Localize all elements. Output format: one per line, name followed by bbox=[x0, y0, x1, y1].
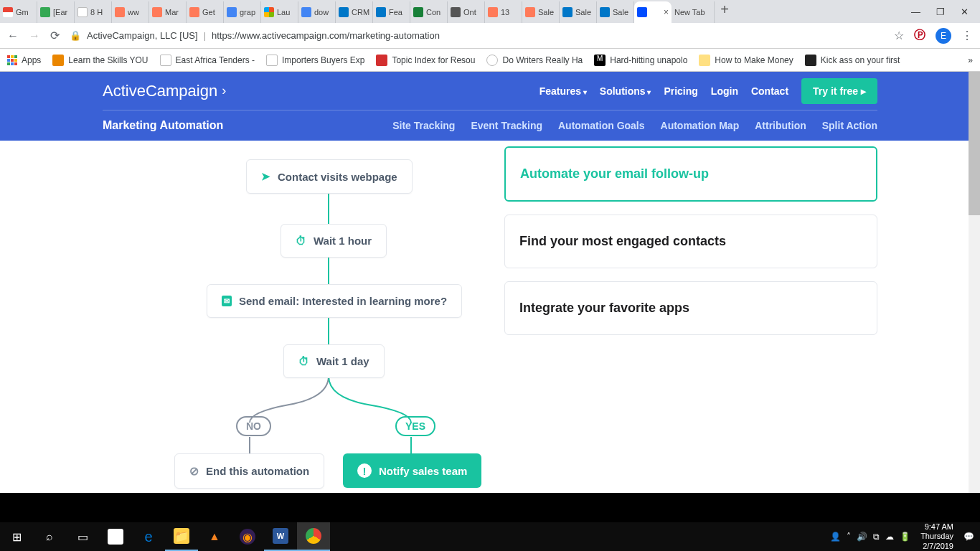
dropbox-icon[interactable]: ⧉ bbox=[873, 532, 880, 542]
maximize-icon[interactable]: ❐ bbox=[936, 6, 945, 17]
subnav-automation-map[interactable]: Automation Map bbox=[661, 120, 740, 131]
bookmark-4[interactable]: Topic Index for Resou bbox=[376, 55, 475, 66]
battery-icon[interactable]: 🔋 bbox=[900, 532, 910, 542]
nav-contact[interactable]: Contact bbox=[751, 85, 788, 97]
profile-avatar[interactable]: E bbox=[936, 28, 951, 44]
tab-0[interactable]: Gm bbox=[0, 1, 37, 23]
tab-12[interactable]: Ont bbox=[448, 1, 485, 23]
pinterest-icon[interactable]: Ⓟ bbox=[914, 28, 925, 43]
nav-solutions[interactable]: Solutions bbox=[600, 85, 651, 97]
bookmark-7[interactable]: How to Make Money bbox=[699, 55, 793, 66]
notifications-icon[interactable]: 💬 bbox=[963, 532, 974, 542]
taskbar-vlc[interactable]: ▲ bbox=[198, 522, 231, 551]
flow-node-notify: !Notify sales team bbox=[343, 453, 481, 488]
forward-icon: → bbox=[29, 29, 40, 42]
cursor-icon: ➤ bbox=[261, 170, 270, 183]
subnav-attribution[interactable]: Attribution bbox=[755, 120, 806, 131]
card-integrate-apps[interactable]: Integrate your favorite apps bbox=[504, 281, 877, 335]
flow-node-end: ⊘End this automation bbox=[174, 453, 324, 489]
bookmarks-overflow-icon[interactable]: » bbox=[968, 55, 973, 65]
tab-9[interactable]: CRM bbox=[336, 1, 373, 23]
lock-icon: 🔒 bbox=[70, 30, 81, 41]
tab-16[interactable]: Sale bbox=[597, 1, 634, 23]
menu-icon[interactable]: ⋮ bbox=[961, 29, 973, 42]
bookmark-2[interactable]: East Africa Tenders - bbox=[160, 55, 255, 66]
card-automate-followup[interactable]: Automate your email follow-up bbox=[504, 146, 877, 202]
address-url: https://www.activecampaign.com/marketing… bbox=[212, 30, 440, 41]
bookmark-star-icon[interactable]: ☆ bbox=[894, 29, 904, 42]
nav-features[interactable]: Features bbox=[540, 85, 587, 97]
bookmark-8[interactable]: Kick ass on your first bbox=[805, 55, 900, 66]
tab-newtab[interactable]: New Tab bbox=[672, 1, 715, 23]
automation-flow: ➤Contact visits webpage ⏱Wait 1 hour ✉Se… bbox=[103, 146, 504, 493]
taskbar: ⊞ ⌕ ▭ 🛍 e 📁 ▲ ◉ W 👤 ˄ 🔊 ⧉ ☁ 🔋 9:47 AM Th… bbox=[0, 522, 980, 551]
minimize-icon[interactable]: — bbox=[911, 6, 920, 17]
tab-1[interactable]: [Ear bbox=[37, 1, 75, 23]
new-tab-button[interactable]: + bbox=[715, 1, 735, 23]
nav-pricing[interactable]: Pricing bbox=[664, 85, 697, 97]
onedrive-icon[interactable]: ☁ bbox=[885, 532, 894, 542]
mail-icon: ✉ bbox=[222, 296, 232, 306]
tab-7[interactable]: Lau bbox=[261, 1, 298, 23]
nav-login[interactable]: Login bbox=[711, 85, 738, 97]
bookmark-3[interactable]: Importers Buyers Exp bbox=[266, 55, 364, 66]
flow-branch-no: NO bbox=[236, 416, 271, 436]
timer-icon: ⏱ bbox=[296, 235, 306, 247]
start-button[interactable]: ⊞ bbox=[0, 522, 33, 551]
tab-6[interactable]: grap bbox=[224, 1, 261, 23]
address-host: ActiveCampaign, LLC [US] bbox=[87, 30, 198, 41]
browser-titlebar: Gm [Ear 8 H ww Mar Get grap Lau dow CRM … bbox=[0, 0, 980, 23]
tab-8[interactable]: dow bbox=[298, 1, 336, 23]
tab-2[interactable]: 8 H bbox=[75, 1, 112, 23]
tray-chevron-icon[interactable]: ˄ bbox=[847, 532, 851, 542]
taskbar-store[interactable]: 🛍 bbox=[99, 522, 132, 551]
reload-icon[interactable]: ⟳ bbox=[50, 29, 60, 42]
page-scrollbar[interactable] bbox=[969, 72, 980, 493]
flow-branch-yes: YES bbox=[395, 416, 435, 436]
subnav-event-tracking[interactable]: Event Tracking bbox=[471, 120, 542, 131]
tab-14[interactable]: Sale bbox=[522, 1, 560, 23]
timer-icon: ⏱ bbox=[298, 355, 309, 367]
volume-icon[interactable]: 🔊 bbox=[857, 532, 867, 542]
tab-10[interactable]: Fea bbox=[373, 1, 410, 23]
people-icon[interactable]: 👤 bbox=[830, 532, 841, 542]
bookmark-6[interactable]: MHard-hitting unapolo bbox=[594, 55, 687, 66]
omnibox[interactable]: 🔒 ActiveCampaign, LLC [US] | https://www… bbox=[70, 30, 884, 41]
address-bar: ← → ⟳ 🔒 ActiveCampaign, LLC [US] | https… bbox=[0, 23, 980, 49]
tab-5[interactable]: Get bbox=[187, 1, 224, 23]
flow-node-email: ✉Send email: Interested in learning more… bbox=[207, 284, 462, 318]
taskbar-word[interactable]: W bbox=[264, 522, 297, 551]
apps-button[interactable]: Apps bbox=[7, 55, 41, 65]
taskbar-clock[interactable]: 9:47 AM Thursday 2/7/2019 bbox=[916, 522, 958, 551]
taskbar-firefox[interactable]: ◉ bbox=[231, 522, 264, 551]
taskbar-explorer[interactable]: 📁 bbox=[165, 522, 198, 551]
task-view-icon[interactable]: ▭ bbox=[66, 522, 99, 551]
flow-node-wait2: ⏱Wait 1 day bbox=[283, 344, 385, 378]
tab-15[interactable]: Sale bbox=[560, 1, 597, 23]
site-logo[interactable]: ActiveCampaign› bbox=[103, 82, 226, 100]
subnav-site-tracking[interactable]: Site Tracking bbox=[392, 120, 455, 131]
flow-node-wait1: ⏱Wait 1 hour bbox=[281, 224, 387, 258]
taskbar-chrome[interactable] bbox=[297, 522, 330, 551]
page-content: ActiveCampaign› Features Solutions Prici… bbox=[0, 72, 980, 493]
page-title: Marketing Automation bbox=[103, 119, 223, 132]
tab-11[interactable]: Con bbox=[410, 1, 448, 23]
subnav-automation-goals[interactable]: Automation Goals bbox=[558, 120, 645, 131]
back-icon[interactable]: ← bbox=[7, 29, 19, 42]
bookmark-1[interactable]: Learn the Skills YOU bbox=[52, 55, 148, 66]
taskbar-edge[interactable]: e bbox=[132, 522, 165, 551]
bookmark-5[interactable]: Do Writers Really Ha bbox=[486, 55, 583, 66]
tab-4[interactable]: Mar bbox=[149, 1, 187, 23]
tab-3[interactable]: ww bbox=[112, 1, 149, 23]
close-tab-icon[interactable]: × bbox=[664, 7, 669, 17]
site-header: ActiveCampaign› Features Solutions Prici… bbox=[0, 72, 980, 141]
tab-active[interactable]: × bbox=[634, 1, 672, 23]
alert-icon: ! bbox=[357, 463, 372, 478]
card-engaged-contacts[interactable]: Find your most engaged contacts bbox=[504, 215, 877, 268]
tab-13[interactable]: 13 bbox=[485, 1, 522, 23]
bookmarks-bar: Apps Learn the Skills YOU East Africa Te… bbox=[0, 49, 980, 72]
close-icon[interactable]: ✕ bbox=[961, 6, 969, 17]
subnav-split-action[interactable]: Split Action bbox=[822, 120, 877, 131]
search-icon[interactable]: ⌕ bbox=[33, 522, 66, 551]
try-free-button[interactable]: Try it free ▸ bbox=[801, 78, 877, 104]
